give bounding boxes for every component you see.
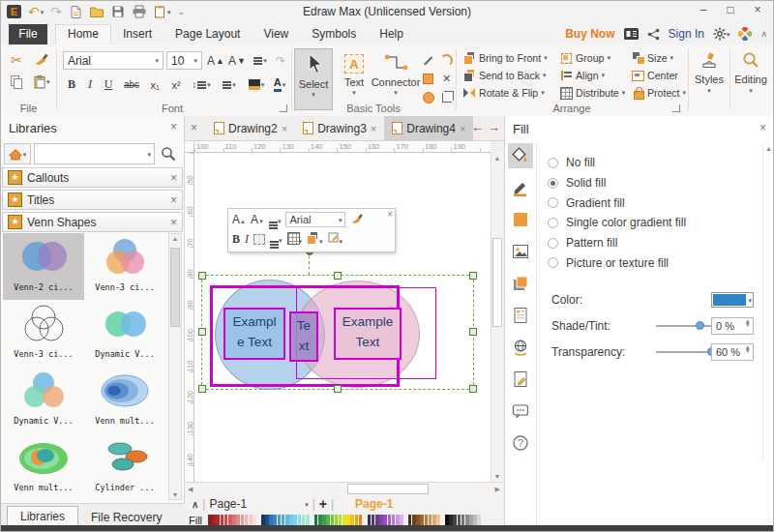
palette-swatch[interactable] (282, 515, 285, 526)
arrange-dialog-launcher-icon[interactable] (672, 104, 680, 112)
tab-home[interactable]: Home (55, 24, 111, 44)
note-icon[interactable] (508, 367, 533, 392)
scroll-up-icon[interactable]: ▲ (491, 155, 503, 162)
font-dialog-launcher-icon[interactable] (280, 104, 287, 112)
fill-option-solid-fill[interactable]: Solid fill (548, 173, 686, 193)
decrease-font-icon[interactable]: A▼ (227, 51, 247, 70)
palette-swatch[interactable] (416, 515, 420, 526)
text-align-icon[interactable]: ▾ (269, 213, 282, 226)
format-painter-icon[interactable] (34, 51, 48, 66)
radio-icon[interactable] (548, 158, 558, 168)
palette-swatch[interactable] (245, 515, 249, 526)
palette-swatch[interactable] (379, 515, 383, 526)
scroll-left-icon[interactable]: ◀ (188, 486, 193, 493)
venn-middle-textbox[interactable]: Text (289, 311, 318, 362)
comment-icon[interactable] (508, 399, 533, 424)
close-icon[interactable]: × (191, 122, 197, 133)
center-button[interactable]: Center (632, 68, 686, 82)
tab-scroll-right-icon[interactable]: → (488, 120, 500, 134)
fill-option-single-color-gradient-fill[interactable]: Single color gradient fill (548, 213, 686, 233)
bottom-tab-libraries[interactable]: Libraries (7, 506, 78, 527)
increase-font-icon[interactable]: A▲ (206, 51, 225, 70)
palette-swatch[interactable] (269, 515, 273, 526)
scroll-down-icon[interactable]: ▼ (169, 491, 181, 498)
rotate-text-icon[interactable]: ↷ (273, 51, 288, 70)
text-highlight-icon[interactable]: ▾ (245, 75, 268, 94)
page-setup-icon[interactable] (508, 303, 533, 328)
group-button[interactable]: Group▾ (560, 50, 625, 65)
palette-swatch[interactable] (285, 515, 289, 526)
collapse-ribbon-icon[interactable]: ∧ (760, 29, 767, 39)
selection-handle[interactable] (198, 385, 206, 393)
page-dropdown[interactable]: Page-1 (209, 497, 247, 511)
distribute-button[interactable]: Distribute▾ (560, 85, 625, 100)
line-spacing-icon[interactable]: ↕▾ (189, 75, 214, 94)
font-color-icon[interactable]: A▾ (270, 75, 289, 94)
rotate-flip-button[interactable]: Rotate & Flip▾ (463, 85, 548, 100)
palette-swatch[interactable] (306, 515, 310, 526)
scroll-up-icon[interactable]: ▲ (169, 235, 181, 242)
palette-swatch[interactable] (453, 515, 457, 526)
palette-swatch[interactable] (425, 515, 429, 526)
scroll-up-icon[interactable]: ▲ (763, 145, 774, 152)
align-button[interactable]: Align▾ (560, 68, 625, 82)
selection-handle[interactable] (334, 272, 342, 280)
file-menu-button[interactable]: File (9, 24, 47, 44)
protect-button[interactable]: Protect▾ (632, 85, 686, 100)
palette-swatch[interactable] (335, 515, 339, 526)
library-search-input[interactable] (35, 146, 154, 162)
palette-swatch[interactable] (477, 515, 481, 526)
layers-icon[interactable] (508, 271, 533, 296)
fill-icon[interactable] (508, 143, 533, 168)
venn-left-textbox[interactable]: Example Text (223, 308, 285, 360)
add-page-button[interactable]: + (319, 496, 327, 512)
palette-swatch[interactable] (375, 515, 379, 526)
tab-insert[interactable]: Insert (111, 24, 164, 44)
media-icon[interactable] (624, 28, 639, 40)
sign-in-link[interactable]: Sign In (669, 27, 704, 41)
palette-swatch[interactable] (318, 515, 322, 526)
palette-swatch[interactable] (342, 515, 346, 526)
palette-swatch[interactable] (458, 515, 461, 526)
tab-drawing2[interactable]: Drawing2× (206, 116, 295, 140)
text-tool-button[interactable]: A Text ▾ (335, 48, 373, 110)
buy-now-link[interactable]: Buy Now (565, 27, 614, 41)
quick-style-icon[interactable]: ▾ (328, 232, 343, 247)
palette-swatch[interactable] (293, 515, 297, 526)
palette-swatch[interactable] (346, 515, 350, 526)
shape-dynamic-v[interactable]: Dynamic V... (3, 367, 84, 433)
shape-venn-2-ci[interactable]: Venn-2 ci... (3, 233, 84, 300)
distribute-icon[interactable]: ▾ (287, 232, 303, 247)
group-icon[interactable] (253, 234, 265, 245)
editing-button[interactable]: Editing ▾ (730, 50, 771, 94)
align-icon[interactable]: ▾ (270, 232, 283, 246)
redo-icon[interactable]: ↷ (50, 4, 62, 19)
maximize-button[interactable]: □ (717, 1, 744, 20)
fill-option-no-fill[interactable]: No fill (548, 153, 686, 173)
palette-swatch[interactable] (298, 515, 302, 526)
font-family-select[interactable]: Arial▾ (285, 212, 345, 227)
fill-option-pattern-fill[interactable]: Pattern fill (548, 233, 686, 253)
shape-venn-3-ci[interactable]: Venn-3 ci... (3, 300, 84, 367)
shape-venn-3-ci[interactable]: Venn-3 ci... (84, 233, 165, 300)
palette-swatch[interactable] (314, 515, 318, 526)
palette-swatch[interactable] (400, 515, 403, 526)
palette-swatch[interactable] (232, 515, 236, 526)
connector-tool-button[interactable]: Connector ▾ (373, 48, 418, 110)
arc-tool-icon[interactable] (438, 52, 455, 69)
bold-icon[interactable]: B (65, 75, 78, 94)
selection-handle[interactable] (469, 385, 477, 393)
close-icon[interactable]: × (371, 123, 376, 134)
tab-help[interactable]: Help (368, 24, 415, 44)
selection-handle[interactable] (198, 272, 206, 280)
paste-special-icon[interactable]: ▾ (154, 4, 171, 19)
tab-page-layout[interactable]: Page Layout (164, 24, 252, 44)
palette-swatch[interactable] (396, 515, 400, 526)
tab-scroll-left-icon[interactable]: ← (471, 120, 484, 134)
palette-swatch[interactable] (355, 515, 359, 526)
tab-view[interactable]: View (252, 24, 300, 44)
palette-swatch[interactable] (322, 515, 326, 526)
palette-swatch[interactable] (273, 515, 277, 526)
venn-right-textbox[interactable]: Example Text (334, 308, 402, 360)
hyperlink-icon[interactable] (508, 335, 533, 360)
